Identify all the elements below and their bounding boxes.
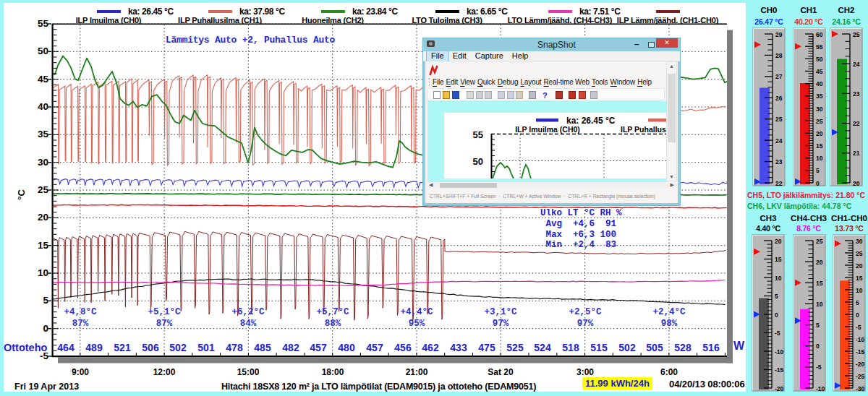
svg-text:25: 25 bbox=[853, 31, 860, 38]
svg-text:20: 20 bbox=[775, 238, 782, 245]
svg-text:-15: -15 bbox=[856, 348, 865, 356]
svg-text:35: 35 bbox=[816, 92, 823, 100]
svg-text:20: 20 bbox=[816, 259, 823, 266]
svg-text:27: 27 bbox=[775, 73, 783, 80]
svg-text:0: 0 bbox=[856, 311, 859, 319]
svg-text:0: 0 bbox=[816, 180, 820, 187]
svg-text:-15: -15 bbox=[775, 366, 784, 374]
svg-text:-25: -25 bbox=[856, 373, 865, 380]
svg-text:20: 20 bbox=[856, 262, 863, 270]
svg-text:23: 23 bbox=[853, 90, 860, 98]
svg-text:25: 25 bbox=[816, 238, 823, 245]
svg-text:60: 60 bbox=[816, 31, 823, 38]
svg-text:ILP Puhallusil: ILP Puhallusil bbox=[621, 125, 668, 134]
svg-text:55: 55 bbox=[816, 43, 823, 51]
svg-text:-10: -10 bbox=[816, 385, 825, 392]
svg-text:25: 25 bbox=[775, 116, 783, 123]
svg-text:-30: -30 bbox=[856, 385, 865, 392]
svg-text:5: 5 bbox=[856, 299, 859, 306]
svg-text:21: 21 bbox=[853, 150, 860, 157]
svg-text:-5: -5 bbox=[816, 363, 822, 371]
svg-text:5: 5 bbox=[816, 167, 820, 174]
svg-text:-10: -10 bbox=[775, 348, 784, 356]
svg-text:22: 22 bbox=[775, 180, 783, 187]
svg-text:15: 15 bbox=[816, 280, 823, 287]
svg-text:-20: -20 bbox=[856, 361, 865, 368]
svg-text:0: 0 bbox=[816, 343, 820, 350]
svg-text:0: 0 bbox=[775, 311, 778, 319]
svg-text:50: 50 bbox=[473, 156, 483, 167]
svg-text:50: 50 bbox=[816, 56, 823, 63]
svg-text:20: 20 bbox=[816, 130, 823, 137]
svg-text:5: 5 bbox=[816, 322, 820, 329]
svg-text:45: 45 bbox=[816, 68, 823, 75]
svg-text:28: 28 bbox=[775, 52, 783, 59]
svg-text:10: 10 bbox=[856, 287, 863, 294]
svg-text:26: 26 bbox=[775, 95, 783, 102]
svg-text:ka: 26.45 °C: ka: 26.45 °C bbox=[566, 116, 616, 126]
svg-text:-20: -20 bbox=[775, 385, 784, 392]
svg-text:-5: -5 bbox=[775, 330, 780, 337]
svg-text:24: 24 bbox=[775, 137, 783, 145]
svg-text:10: 10 bbox=[775, 275, 782, 282]
svg-text:40: 40 bbox=[816, 80, 823, 87]
svg-text:ILP Imuilma (CH0): ILP Imuilma (CH0) bbox=[515, 125, 580, 134]
svg-text:30: 30 bbox=[856, 238, 863, 245]
svg-text:-10: -10 bbox=[856, 336, 865, 343]
svg-text:55: 55 bbox=[473, 129, 483, 140]
svg-text:22: 22 bbox=[853, 120, 860, 127]
svg-text:25: 25 bbox=[816, 118, 823, 125]
svg-text:25: 25 bbox=[856, 250, 863, 257]
svg-text:5: 5 bbox=[775, 293, 778, 300]
svg-text:30: 30 bbox=[816, 106, 823, 113]
svg-text:15: 15 bbox=[856, 275, 863, 282]
svg-text:10: 10 bbox=[816, 301, 823, 308]
svg-text:24: 24 bbox=[853, 61, 860, 68]
svg-text:29: 29 bbox=[775, 31, 783, 38]
svg-text:20: 20 bbox=[853, 180, 860, 187]
svg-text:15: 15 bbox=[816, 142, 823, 150]
svg-text:23: 23 bbox=[775, 158, 783, 165]
svg-text:15: 15 bbox=[775, 256, 782, 263]
svg-text:-5: -5 bbox=[856, 324, 861, 331]
svg-text:10: 10 bbox=[816, 155, 823, 162]
